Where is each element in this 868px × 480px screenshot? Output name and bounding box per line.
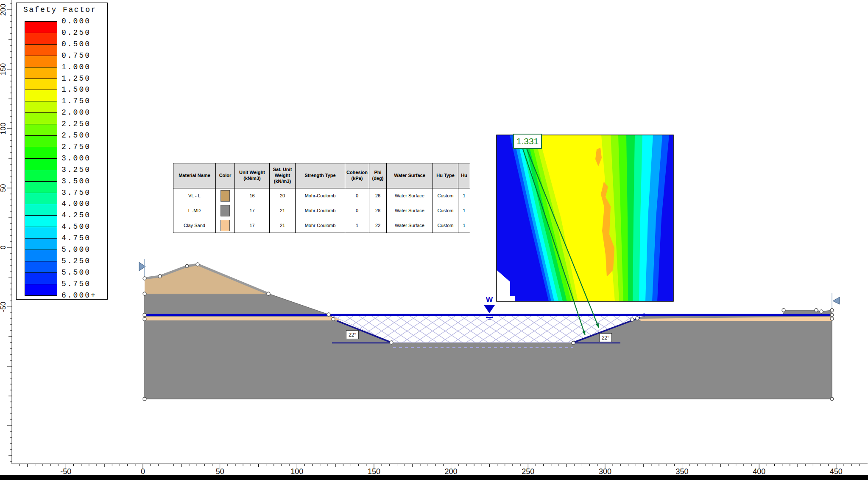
clay-sand-layer-left xyxy=(145,317,342,320)
vertex-handle[interactable] xyxy=(196,263,199,266)
table-header-cell: Cohesion (kPa) xyxy=(345,163,369,188)
legend-value-label: 1.250 xyxy=(61,74,104,83)
vertex-handle[interactable] xyxy=(332,317,335,321)
legend-swatch xyxy=(25,261,57,273)
vertex-handle[interactable] xyxy=(143,277,146,280)
vertex-handle[interactable] xyxy=(830,313,834,317)
vertex-handle[interactable] xyxy=(327,313,330,316)
vertex-handle[interactable] xyxy=(631,318,634,321)
table-cell-hu_type: Custom xyxy=(433,188,458,203)
vertex-handle[interactable] xyxy=(572,341,575,345)
bottom-black-bar xyxy=(0,475,868,480)
material-color-cell xyxy=(216,203,235,218)
table-cell-sat_unit_weight: 20 xyxy=(270,188,296,203)
vertex-handle[interactable] xyxy=(782,309,785,312)
model-drawing-svg[interactable]: W200150100500-50-50050100150200250300350… xyxy=(0,0,868,480)
table-header-cell: Phi (deg) xyxy=(369,163,387,188)
water-table-marker-triangle xyxy=(484,305,495,313)
table-header-cell: Material Name xyxy=(173,163,216,188)
table-header-cell: Hu Type xyxy=(433,163,458,188)
table-cell-cohesion: 0 xyxy=(345,188,369,203)
left-slope-angle-label: 22° xyxy=(346,330,359,339)
safety-factor-contour-plot xyxy=(497,135,673,301)
vertex-handle[interactable] xyxy=(820,310,823,313)
vertex-handle[interactable] xyxy=(390,341,393,344)
legend-swatch xyxy=(25,215,57,227)
left-ruler-label: -50 xyxy=(0,302,7,312)
table-cell-phi: 22 xyxy=(369,218,387,233)
legend-value-label: 1.500 xyxy=(61,85,104,94)
legend-value-label: 3.500 xyxy=(61,177,104,185)
material-color-swatch xyxy=(220,220,230,231)
table-cell-water_surface: Water Surface xyxy=(387,218,433,233)
legend-swatch xyxy=(25,56,57,67)
legend-swatch xyxy=(25,250,57,261)
water-line-vertex[interactable] xyxy=(643,314,646,317)
table-header-cell: Strength Type xyxy=(296,163,345,188)
vertex-handle[interactable] xyxy=(158,275,162,278)
table-cell-sat_unit_weight: 21 xyxy=(270,203,296,218)
legend-value-label: 0.500 xyxy=(61,40,104,48)
legend-value-label: 5.000 xyxy=(61,245,104,254)
table-header-cell: Color xyxy=(216,163,235,188)
legend-value-label: 4.500 xyxy=(61,222,104,231)
vertex-handle[interactable] xyxy=(143,292,146,295)
legend-value-label: 0.250 xyxy=(61,28,104,37)
right-boundary-flag-icon[interactable] xyxy=(833,297,840,304)
vertex-handle[interactable] xyxy=(830,317,834,320)
legend-value-label: 5.750 xyxy=(61,280,104,288)
table-cell-name: L -MD xyxy=(173,203,216,218)
left-ruler-label: 50 xyxy=(0,184,7,192)
vertex-handle[interactable] xyxy=(830,397,834,401)
legend-value-label: 2.750 xyxy=(61,143,104,151)
legend-swatch xyxy=(25,272,57,284)
vertex-handle[interactable] xyxy=(830,309,834,312)
vertex-handle[interactable] xyxy=(636,317,639,320)
bottom-ruler-label: 200 xyxy=(445,467,458,476)
legend-swatch xyxy=(25,158,57,170)
legend-value-label: 1.750 xyxy=(61,97,104,105)
legend-swatch xyxy=(25,238,57,250)
table-cell-water_surface: Water Surface xyxy=(387,188,433,203)
legend-value-label: 2.250 xyxy=(61,120,104,128)
table-header-cell: Water Surface xyxy=(387,163,433,188)
vertex-handle[interactable] xyxy=(815,309,818,312)
left-ruler-label: 200 xyxy=(0,4,7,16)
bottom-ruler-label: 0 xyxy=(141,467,145,476)
material-color-cell xyxy=(216,218,235,233)
legend-value-label: 0.750 xyxy=(61,51,104,60)
table-cell-water_surface: Water Surface xyxy=(387,203,433,218)
table-cell-hu: 1 xyxy=(458,203,470,218)
bottom-ruler-label: 150 xyxy=(368,467,380,476)
legend-swatch xyxy=(25,227,57,239)
bottom-ruler-label: 300 xyxy=(599,467,611,476)
bottom-ruler-label: -50 xyxy=(60,467,71,476)
material-color-swatch xyxy=(220,190,230,202)
right-slope-angle-label: 22° xyxy=(599,333,612,342)
legend-value-label: 2.000 xyxy=(61,108,104,117)
legend-swatch xyxy=(25,33,57,45)
table-cell-strength_type: Mohr-Coulomb xyxy=(296,203,345,218)
vertex-handle[interactable] xyxy=(143,313,146,317)
legend-value-label: 3.000 xyxy=(61,154,104,163)
table-cell-phi: 28 xyxy=(369,203,387,218)
bottom-ruler-label: 250 xyxy=(522,467,534,476)
left-ruler-label: 100 xyxy=(0,123,7,135)
vertex-handle[interactable] xyxy=(143,397,146,401)
table-row: VL - L1620Mohr-Coulomb026Water SurfaceCu… xyxy=(173,188,470,203)
vertex-handle[interactable] xyxy=(143,317,146,321)
critical-sf-label[interactable]: 1.331 xyxy=(513,134,542,149)
vertex-handle[interactable] xyxy=(185,264,189,268)
legend-swatch xyxy=(25,112,57,124)
legend-title: Safety Factor xyxy=(23,6,97,14)
legend-swatch xyxy=(25,193,57,204)
legend-swatch xyxy=(25,147,57,159)
vertex-handle[interactable] xyxy=(267,292,270,295)
left-ruler-label: 0 xyxy=(0,245,7,249)
table-row: Clay Sand1721Mohr-Coulomb122Water Surfac… xyxy=(173,218,470,233)
table-header-row: Material NameColorUnit Weight (kN/m3)Sat… xyxy=(173,163,470,188)
slide-interpret-canvas[interactable]: W200150100500-50-50050100150200250300350… xyxy=(0,0,868,480)
bottom-ruler-label: 50 xyxy=(216,467,224,476)
table-header-cell: Sat. Unit Weight (kN/m3) xyxy=(270,163,296,188)
safety-factor-legend: Safety Factor 0.0000.2500.5000.7501.0001… xyxy=(16,3,108,300)
